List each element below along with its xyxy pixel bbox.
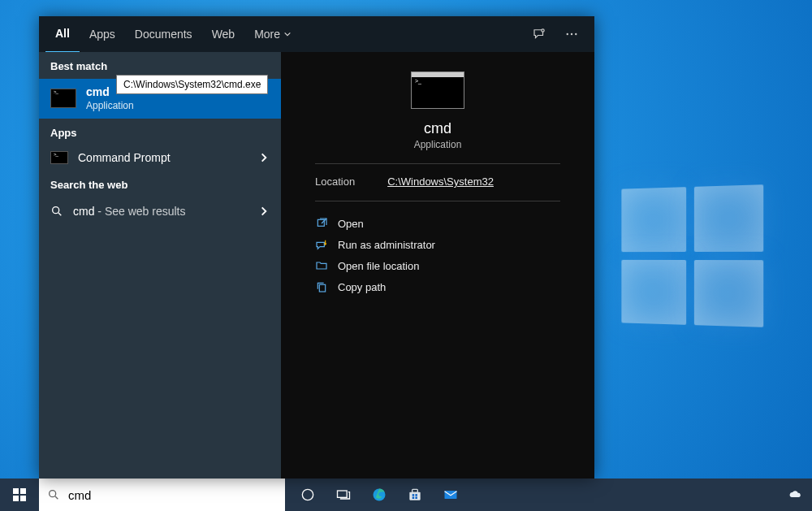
copy-icon: [315, 280, 328, 293]
taskbar-search-box[interactable]: [39, 479, 285, 511]
svg-point-11: [50, 491, 56, 497]
more-options-icon[interactable]: [555, 18, 588, 50]
mail-icon[interactable]: [433, 479, 469, 511]
cmd-icon: [50, 151, 68, 164]
svg-point-3: [575, 33, 577, 35]
action-label: Run as administrator: [338, 239, 435, 251]
svg-rect-6: [319, 284, 325, 292]
tab-apps[interactable]: Apps: [80, 16, 125, 52]
meta-label: Location: [315, 175, 355, 188]
svg-rect-17: [412, 494, 415, 496]
action-open[interactable]: Open: [315, 213, 560, 234]
cortana-icon[interactable]: [290, 479, 326, 511]
action-label: Open: [338, 218, 364, 230]
result-subtitle: Application: [86, 100, 270, 112]
detail-cmd-icon: [411, 71, 464, 109]
search-icon: [47, 488, 60, 501]
detail-actions: Open Run as administrator Open file loca…: [315, 213, 560, 297]
svg-rect-15: [409, 492, 420, 500]
tab-documents[interactable]: Documents: [125, 16, 202, 52]
search-icon: [50, 205, 63, 218]
cmd-icon: [50, 89, 76, 108]
result-command-prompt[interactable]: Command Prompt: [39, 145, 281, 171]
section-search-web: Search the web: [39, 171, 281, 197]
svg-rect-7: [13, 488, 19, 494]
folder-icon: [315, 259, 328, 272]
meta-value-location[interactable]: C:\Windows\System32: [387, 175, 494, 188]
chevron-down-icon: [283, 30, 292, 38]
task-view-icon[interactable]: [326, 479, 361, 511]
start-button[interactable]: [0, 479, 39, 511]
search-results-list: Best match C:\Windows\System32\cmd.exe c…: [39, 52, 281, 479]
tab-more[interactable]: More: [244, 16, 301, 52]
result-title: cmd: [73, 205, 94, 218]
start-search-panel: All Apps Documents Web More Best match C…: [39, 16, 594, 479]
svg-rect-16: [412, 489, 418, 492]
search-tabs-bar: All Apps Documents Web More: [39, 16, 594, 52]
svg-rect-10: [20, 496, 26, 501]
result-suffix: - See web results: [94, 205, 185, 218]
separator: [315, 201, 560, 201]
svg-rect-20: [415, 497, 417, 500]
store-icon[interactable]: [397, 479, 433, 511]
feedback-icon[interactable]: [523, 18, 555, 50]
svg-point-4: [53, 207, 59, 214]
svg-rect-19: [412, 497, 415, 500]
result-title: Command Prompt: [78, 151, 248, 166]
shield-icon: [315, 238, 328, 251]
svg-point-0: [542, 29, 544, 32]
taskbar: [0, 479, 812, 511]
svg-point-1: [567, 33, 568, 35]
tab-more-label: More: [254, 28, 280, 41]
tooltip: C:\Windows\System32\cmd.exe: [116, 75, 268, 94]
tab-all[interactable]: All: [45, 15, 80, 53]
result-web-cmd[interactable]: cmd - See web results: [39, 197, 281, 225]
action-label: Copy path: [338, 281, 386, 293]
svg-rect-21: [445, 491, 457, 499]
svg-rect-9: [13, 496, 19, 501]
svg-point-12: [302, 489, 313, 500]
tab-web[interactable]: Web: [202, 16, 245, 52]
chevron-right-icon: [258, 206, 270, 217]
windows-icon: [13, 488, 26, 501]
edge-icon[interactable]: [361, 479, 397, 511]
action-open-file-location[interactable]: Open file location: [315, 255, 560, 276]
detail-subtitle: Application: [315, 139, 560, 150]
section-apps: Apps: [39, 119, 281, 145]
detail-location-row: Location C:\Windows\System32: [315, 175, 560, 188]
taskbar-pinned-icons: [290, 479, 469, 511]
svg-rect-8: [20, 488, 26, 494]
open-icon: [315, 217, 328, 230]
action-copy-path[interactable]: Copy path: [315, 276, 560, 297]
detail-title: cmd: [315, 120, 560, 137]
svg-rect-13: [338, 491, 348, 497]
separator: [315, 163, 560, 164]
chevron-right-icon: [258, 152, 270, 163]
onedrive-icon[interactable]: [788, 487, 802, 502]
windows-logo-wallpaper: [621, 184, 763, 327]
search-detail-pane: cmd Application Location C:\Windows\Syst…: [281, 52, 594, 479]
action-label: Open file location: [338, 260, 419, 272]
svg-rect-18: [415, 494, 417, 496]
svg-point-2: [571, 33, 572, 35]
action-run-admin[interactable]: Run as administrator: [315, 234, 560, 255]
svg-rect-5: [317, 219, 324, 226]
taskbar-search-input[interactable]: [67, 487, 277, 503]
system-tray: [788, 479, 812, 511]
